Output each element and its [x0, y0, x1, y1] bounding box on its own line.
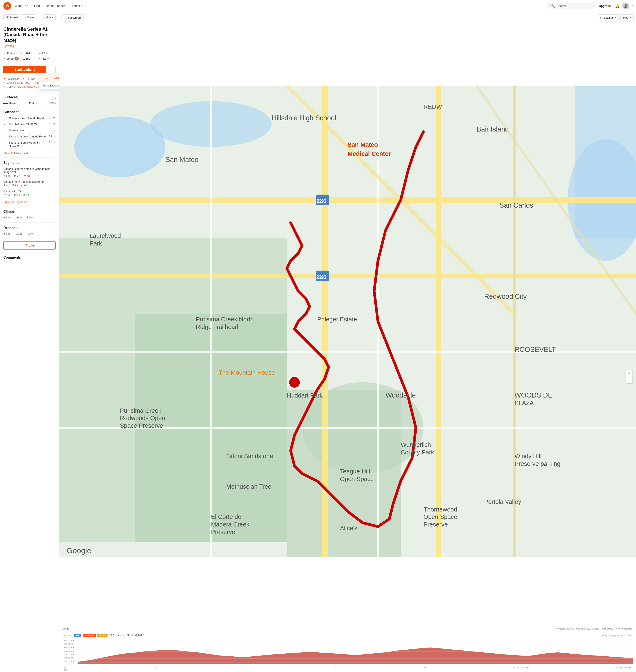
report-map-error-link[interactable]: Report a map error — [615, 628, 633, 630]
stat-grade-up: ↗ 6.0 % — [39, 52, 56, 55]
drag-hint: Drag on graph to zoom/select — [602, 634, 633, 637]
route-title-section: Cinderella Series #1 (Canada Road + the … — [0, 23, 59, 49]
keyboard-shortcuts-link[interactable]: Keyboard shortcuts — [556, 628, 574, 630]
terms-link[interactable]: Terms of Use — [601, 628, 613, 630]
map-type-button[interactable]: Map ▾ — [620, 14, 634, 21]
map-attribution-right: Keyboard shortcuts Map data ©2022 Google… — [556, 628, 633, 630]
pinned-button[interactable]: 📌 Pinned — [3, 14, 20, 20]
svg-text:Redwood City: Redwood City — [484, 293, 527, 300]
jump-to-menu[interactable]: Jump To ▾ — [14, 3, 30, 8]
elevation-chart[interactable]: 600 550 500 450 400 350 300 — [62, 639, 633, 666]
svg-text:WOODSIDE: WOODSIDE — [515, 391, 553, 399]
climbs-stats: 0.8 mi 134 ft 3.0% — [3, 216, 56, 219]
send-different-device-option[interactable]: Send to a different device — [39, 74, 59, 82]
grade-badge[interactable]: Grade — [97, 634, 107, 637]
svg-text:Alice's: Alice's — [340, 525, 357, 532]
svg-text:Huddart Park: Huddart Park — [287, 392, 323, 399]
svg-text:Preserve: Preserve — [423, 521, 448, 528]
like-button[interactable]: ♡ Like — [3, 242, 56, 250]
more-button[interactable]: More ▾ — [43, 14, 56, 20]
svg-text:El Corte de: El Corte de — [211, 513, 241, 520]
find-link[interactable]: Find — [33, 3, 42, 8]
segment-item: Canada Rd TT 7.7 mi 418 ft 0.2% — [3, 190, 56, 197]
avatar-chevron-icon[interactable]: ▾ — [632, 5, 633, 7]
map-type-chevron-icon: ▾ — [630, 17, 631, 19]
route-title: Cinderella Series #1 (Canada Road + the … — [3, 26, 56, 43]
svg-text:280: 280 — [317, 273, 327, 280]
surfaces-info-icon[interactable]: i — [52, 97, 56, 100]
share-button[interactable]: ↗ Share — [22, 14, 36, 20]
elevation-badge[interactable]: Ele — [74, 634, 81, 637]
elevation-gain-icon: + — [21, 52, 22, 55]
surface-row: Paved 22.8 mi 100% — [3, 102, 56, 105]
zoom-out-button[interactable]: − — [626, 377, 632, 383]
svg-text:Ridge Trailhead: Ridge Trailhead — [196, 324, 238, 330]
upgrade-button[interactable]: Upgrade — [597, 3, 613, 8]
svg-text:450: 450 — [64, 650, 74, 652]
svg-text:Medical Center: Medical Center — [347, 150, 391, 157]
location-icon: 📍 — [3, 78, 6, 80]
sidebar-header: 📌 Pinned ↗ Share More ▾ — [0, 12, 59, 23]
copy-icon: ⟲ — [3, 85, 5, 88]
map-container[interactable]: San Mateo Hillsdale High School REDW Bai… — [59, 12, 636, 631]
svg-text:Redwoods Open: Redwoods Open — [120, 415, 165, 421]
strava-logo[interactable] — [3, 2, 11, 10]
fullscreen-button[interactable]: ⤢ Fullscreen — [62, 14, 83, 21]
svg-text:REDW: REDW — [423, 103, 442, 110]
elevation-controls: ▲ ▼ Ele Surfaces Grade 22.8 miles · +1,2… — [62, 633, 633, 638]
more-chevron-icon: ▾ — [52, 16, 53, 19]
svg-text:Wunderlich: Wunderlich — [401, 441, 431, 448]
svg-text:Tafoni Sandstone: Tafoni Sandstone — [226, 453, 273, 460]
route-author: By velogirl — [3, 44, 56, 47]
svg-point-21 — [289, 376, 300, 388]
elevation-loss-icon: − — [21, 57, 22, 60]
svg-text:Methuselah Tree: Methuselah Tree — [226, 483, 271, 490]
route-planner-link[interactable]: Route Planner — [44, 3, 66, 8]
more-options-button[interactable]: ⋯ — [48, 66, 56, 73]
timer-icon: ▶ — [15, 57, 19, 60]
search-input[interactable] — [557, 4, 591, 7]
svg-text:350: 350 — [64, 657, 74, 659]
surface-dot-icon — [3, 103, 7, 103]
zoom-in-button[interactable]: + — [626, 370, 632, 377]
stories-menu[interactable]: Stories ▾ — [69, 3, 83, 8]
surfaces-section: Surfaces i Paved 22.8 mi 100% — [0, 92, 59, 107]
distance-icon: ↔ — [3, 52, 6, 55]
pin-icon: 📌 — [6, 16, 9, 19]
cuesheet-section: Cuesheet ↑ Continue onto Cañada Road 0.2… — [0, 107, 59, 157]
map-area: San Mateo Hillsdale High School REDW Bai… — [59, 12, 636, 672]
settings-icon: ⚙ — [600, 16, 602, 19]
send-to-phone-button[interactable]: Send to phone — [3, 66, 46, 73]
svg-text:Phleger Estate: Phleger Estate — [317, 316, 357, 323]
svg-text:400: 400 — [64, 654, 74, 655]
elevation-x-labels: ele(ft) 5 10 15 20 distance in miles dra… — [62, 666, 633, 672]
edit-icon: ✏ — [3, 82, 5, 84]
grade-up-icon: ↗ — [39, 52, 41, 55]
svg-text:Teague Hill: Teague Hill — [340, 468, 370, 475]
cue-item: → Slight right onto Cañada Road 7.9 mi — [3, 135, 56, 138]
user-avatar[interactable]: 👤 — [622, 2, 629, 9]
climbs-section: Climbs 0.8 mi 134 ft 3.0% — [0, 206, 59, 223]
surfaces-header: Surfaces i — [3, 95, 56, 102]
elevation-stats: 22.8 miles · +1,292 ft / -1,289 ft — [109, 634, 144, 637]
slight-right-arrow-icon: → — [3, 135, 7, 138]
more-export-options-option[interactable]: More Export Options — [39, 82, 59, 89]
settings-button[interactable]: ⚙ Settings ▾ — [597, 14, 619, 21]
time-icon: ⏱ — [3, 57, 6, 60]
elevation-down-button[interactable]: ▼ — [67, 633, 72, 638]
elevation-chart-svg: 600 550 500 450 400 350 300 — [62, 639, 633, 666]
surface-percent: 100% — [49, 102, 56, 105]
jump-to-chevron-icon: ▾ — [27, 5, 28, 7]
descents-stats: 0.8 mi 133 ft -2.7% — [3, 232, 56, 235]
map-svg: San Mateo Hillsdale High School REDW Bai… — [59, 12, 636, 631]
search-bar[interactable]: 🔍 — [548, 3, 595, 9]
segment-item: Canada north - peak to last climb 5 mi 1… — [3, 180, 56, 187]
author-link[interactable]: velogirl — [7, 44, 16, 47]
show-full-cuesheet-link[interactable]: Show Full Cuesheet — [3, 151, 28, 156]
stat-elevation-gain: + 1,292 ft — [21, 52, 38, 55]
show-all-segments-link[interactable]: Show All Segments — [3, 199, 27, 205]
svg-text:Hillsdale High School: Hillsdale High School — [272, 114, 336, 122]
notifications-icon[interactable]: 🔔 — [615, 4, 620, 8]
elevation-up-button[interactable]: ▲ — [62, 633, 67, 638]
surfaces-badge[interactable]: Surfaces — [83, 634, 96, 637]
